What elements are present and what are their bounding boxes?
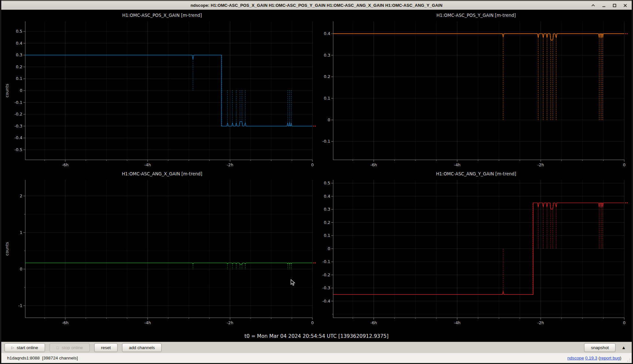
about-links: ndscope 0.19.3 (report bug) <box>567 356 621 360</box>
server-status: h1daqnds1:8088 [398724 channels] <box>7 356 78 360</box>
svg-text:0.2: 0.2 <box>324 220 330 225</box>
svg-text:counts: counts <box>5 84 9 97</box>
svg-text:0.2: 0.2 <box>16 64 22 69</box>
svg-text:-4h: -4h <box>454 320 460 325</box>
plot-canvas-pos-y[interactable]: -6h-4h-2h00.40.30.20.10-0.1counts <box>320 19 632 170</box>
plot-title: H1:OMC-ASC_ANG_X_GAIN [m-trend] <box>4 170 320 178</box>
close-window-icon[interactable] <box>622 2 628 9</box>
svg-text:0.1: 0.1 <box>324 233 330 238</box>
svg-text:-0.4: -0.4 <box>15 135 22 140</box>
svg-text:0.4: 0.4 <box>324 194 330 199</box>
svg-text:-6h: -6h <box>370 162 377 167</box>
status-bar: h1daqnds1:8088 [398724 channels] ndscope… <box>1 353 632 363</box>
svg-text:counts: counts <box>5 242 9 256</box>
svg-text:0: 0 <box>328 246 330 251</box>
svg-text:-4h: -4h <box>454 162 460 167</box>
plot-title: H1:OMC-ASC_POS_X_GAIN [m-trend] <box>4 12 320 19</box>
svg-text:-0.2: -0.2 <box>15 112 22 116</box>
add-channels-button[interactable]: add channels <box>122 343 162 352</box>
svg-text:-6h: -6h <box>62 162 68 167</box>
svg-text:-2h: -2h <box>227 162 233 167</box>
snapshot-button[interactable]: snapshot <box>584 343 616 352</box>
paren-close: ) <box>620 356 622 360</box>
svg-text:2: 2 <box>20 193 22 198</box>
svg-text:-0.4: -0.4 <box>322 299 330 303</box>
svg-text:0: 0 <box>328 117 330 122</box>
svg-text:0.2: 0.2 <box>324 74 330 79</box>
collapse-panel-icon[interactable]: ▲ <box>621 345 626 350</box>
svg-text:0: 0 <box>623 162 626 167</box>
svg-text:0.4: 0.4 <box>324 31 330 36</box>
svg-text:0: 0 <box>623 320 626 325</box>
toolbar: ▷ start online ◻ stop online reset add c… <box>1 342 632 353</box>
plot-pos-x-gain: H1:OMC-ASC_POS_X_GAIN [m-trend] -6h-4h-2… <box>4 12 320 170</box>
start-online-button[interactable]: ▷ start online <box>5 343 45 352</box>
svg-text:0: 0 <box>20 267 22 271</box>
stop-icon: ◻ <box>56 346 59 349</box>
window-title: ndscope: H1:OMC-ASC_POS_X_GAIN H1:OMC-AS… <box>1 3 632 8</box>
plot-ang-y-gain: H1:OMC-ASC_ANG_Y_GAIN [m-trend] -6h-4h-2… <box>320 170 632 327</box>
svg-text:-0.1: -0.1 <box>322 139 330 144</box>
svg-text:-1: -1 <box>18 303 22 308</box>
svg-text:-0.2: -0.2 <box>322 272 330 277</box>
stop-online-label: stop online <box>62 345 83 350</box>
plot-title: H1:OMC-ASC_POS_Y_GAIN [m-trend] <box>320 12 632 19</box>
minimize-window-icon[interactable] <box>601 2 607 9</box>
add-channels-label: add channels <box>129 345 155 350</box>
version-link[interactable]: 0.19.3 <box>585 356 597 360</box>
plot-canvas-ang-x[interactable]: -6h-4h-2h0210-1counts <box>4 178 320 327</box>
svg-text:0.1: 0.1 <box>324 96 330 101</box>
svg-text:-2h: -2h <box>537 320 544 325</box>
t0-label: t0 = Mon Mar 04 2024 20:54:54 UTC [13936… <box>1 333 632 339</box>
svg-text:1: 1 <box>20 230 22 235</box>
svg-text:0.4: 0.4 <box>16 41 22 46</box>
start-online-label: start online <box>17 345 38 350</box>
svg-text:0.3: 0.3 <box>324 207 330 212</box>
svg-text:0.3: 0.3 <box>16 52 22 57</box>
plot-canvas-ang-y[interactable]: -6h-4h-2h00.50.40.30.20.10-0.1-0.2-0.3-0… <box>320 178 632 327</box>
report-bug-link[interactable]: report bug <box>600 356 620 360</box>
svg-text:0: 0 <box>311 320 314 325</box>
svg-text:-6h: -6h <box>370 320 377 325</box>
svg-text:0: 0 <box>311 162 314 167</box>
paren-open: ( <box>597 356 600 360</box>
svg-text:-0.3: -0.3 <box>15 124 22 128</box>
titlebar[interactable]: ndscope: H1:OMC-ASC_POS_X_GAIN H1:OMC-AS… <box>1 0 632 10</box>
svg-text:-6h: -6h <box>62 320 68 325</box>
plot-ang-x-gain: H1:OMC-ASC_ANG_X_GAIN [m-trend] -6h-4h-2… <box>4 170 320 327</box>
svg-text:0.1: 0.1 <box>16 76 22 81</box>
plot-grid: H1:OMC-ASC_POS_X_GAIN [m-trend] -6h-4h-2… <box>1 10 632 342</box>
svg-text:-0.1: -0.1 <box>15 100 22 105</box>
svg-text:0: 0 <box>20 88 22 93</box>
play-icon: ▷ <box>11 346 14 349</box>
window-controls <box>590 1 628 10</box>
reset-label: reset <box>101 345 111 350</box>
resize-grip[interactable] <box>627 358 631 362</box>
plot-canvas-pos-x[interactable]: -6h-4h-2h00.50.40.30.20.10-0.1-0.2-0.3-0… <box>4 19 320 170</box>
plot-title: H1:OMC-ASC_ANG_Y_GAIN [m-trend] <box>320 170 632 178</box>
ndscope-link[interactable]: ndscope <box>567 356 584 360</box>
svg-text:-4h: -4h <box>144 320 151 325</box>
svg-text:-4h: -4h <box>144 162 151 167</box>
svg-text:0.3: 0.3 <box>324 53 330 58</box>
svg-text:-0.1: -0.1 <box>322 259 330 264</box>
reset-button[interactable]: reset <box>94 343 118 352</box>
snapshot-label: snapshot <box>591 345 609 350</box>
shade-window-icon[interactable] <box>590 2 596 9</box>
svg-text:-0.3: -0.3 <box>322 285 330 290</box>
svg-text:-0.5: -0.5 <box>15 147 22 152</box>
app-window: ndscope: H1:OMC-ASC_POS_X_GAIN H1:OMC-AS… <box>0 0 633 364</box>
svg-text:-2h: -2h <box>537 162 544 167</box>
svg-text:0.5: 0.5 <box>16 29 22 34</box>
svg-text:0.5: 0.5 <box>324 181 330 185</box>
stop-online-button[interactable]: ◻ stop online <box>50 343 90 352</box>
svg-text:-2h: -2h <box>227 320 233 325</box>
maximize-window-icon[interactable] <box>611 2 618 9</box>
plot-pos-y-gain: H1:OMC-ASC_POS_Y_GAIN [m-trend] -6h-4h-2… <box>320 12 632 170</box>
